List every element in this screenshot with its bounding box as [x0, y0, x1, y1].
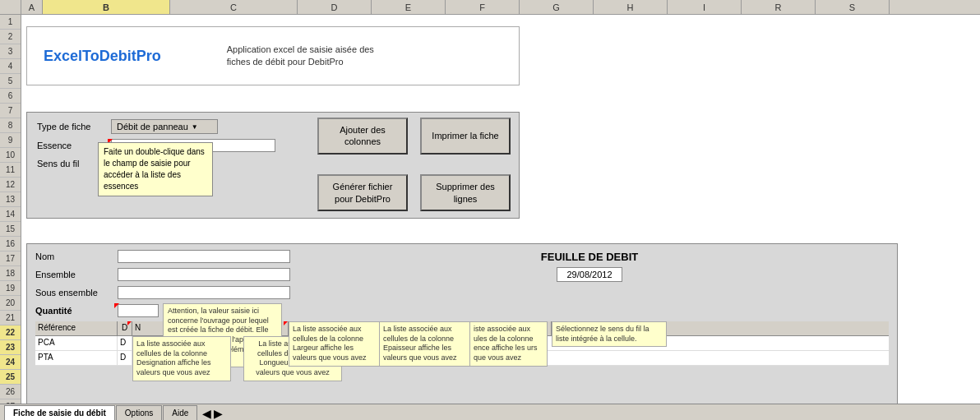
quantite-label: Quantité	[35, 306, 118, 316]
red-marker-col-d	[127, 321, 132, 325]
row-26: 26	[0, 385, 21, 399]
type-de-fiche-value: Débit de panneau	[117, 122, 188, 132]
delete-lines-button[interactable]: Supprimer des lignes	[420, 174, 511, 211]
col-s-header: Sélectionnez le sens du fil la liste int…	[552, 321, 889, 335]
tooltip-essence: Faite un double-clique dans le champ de …	[98, 142, 213, 196]
title-section: ExcelToDebitPro Application excel de sai…	[26, 26, 520, 85]
row-20: 20	[0, 296, 21, 311]
tab-aide[interactable]: Aide	[163, 405, 197, 420]
nom-row: Nom FEUILLE DE DEBIT	[35, 249, 889, 264]
col-d-header: D	[118, 321, 132, 335]
row-12: 12	[0, 178, 21, 192]
col-i-header: iste associée aux ules de la colonne enc…	[469, 321, 552, 335]
action-buttons-top: Ajouter des colonnes Imprimer la fiche	[317, 118, 511, 155]
ensemble-row: Ensemble 29/08/2012	[35, 267, 889, 282]
col-header-h: H	[594, 0, 668, 14]
cell-pta-d: D	[118, 351, 132, 365]
spreadsheet-container: A B C D E F G H I R S 1 2 3 4 5 6 7 8 9 …	[0, 0, 980, 420]
nom-label: Nom	[35, 252, 118, 261]
row-23: 23	[0, 340, 21, 355]
row-18: 18	[0, 266, 21, 281]
row-25: 25	[0, 370, 21, 385]
tooltip-col-h: La liste associée aux cellules de la col…	[379, 321, 474, 367]
tab-scroll-left-icon[interactable]: ◀	[202, 407, 211, 420]
dropdown-arrow-icon: ▼	[192, 123, 198, 131]
row-5: 5	[0, 74, 21, 89]
row-11: 11	[0, 163, 21, 178]
col-header-c: C	[170, 0, 298, 14]
row-24: 24	[0, 355, 21, 370]
col-g-header: La liste associée aux cellules de la col…	[289, 321, 379, 335]
col-header-b: B	[43, 0, 170, 14]
red-marker-col-l	[284, 321, 288, 325]
fiche-inner: Nom FEUILLE DE DEBIT Ensemble 29/08/2012	[27, 244, 897, 371]
row-22: 22	[0, 325, 21, 340]
row-4: 4	[0, 59, 21, 74]
date-display: 29/08/2012	[557, 267, 622, 282]
ensemble-label: Ensemble	[35, 270, 118, 279]
corner-cell	[0, 0, 21, 14]
controls-section: Type de fiche Débit de panneau ▼ Faite u…	[26, 112, 520, 219]
row-15: 15	[0, 222, 21, 237]
col-header-d: D	[298, 0, 372, 14]
sous-ensemble-row: Sous ensemble	[35, 285, 889, 300]
col-header-r: R	[742, 0, 816, 14]
fiche-title: FEUILLE DE DEBIT	[290, 251, 889, 263]
app-title: ExcelToDebitPro	[44, 48, 161, 65]
fiche-section: Nom FEUILLE DE DEBIT Ensemble 29/08/2012	[26, 243, 898, 408]
quantite-row: Quantité Attention, la valeur saisie ici…	[35, 303, 889, 318]
col-header-a: A	[21, 0, 43, 14]
row-7: 7	[0, 104, 21, 118]
red-marker-quantite	[114, 303, 119, 308]
action-buttons-bottom: Générer fichier pour DebitPro Supprimer …	[317, 174, 511, 211]
row-10: 10	[0, 148, 21, 163]
tooltip-col-g: La liste associée aux cellules de la col…	[289, 321, 383, 367]
row-6: 6	[0, 89, 21, 104]
tooltip-col-i: iste associée aux ules de la colonne enc…	[469, 321, 548, 367]
row-16: 16	[0, 237, 21, 252]
quantite-input[interactable]	[118, 304, 159, 317]
column-headers: A B C D E F G H I R S	[0, 0, 980, 15]
row-3: 3	[0, 44, 21, 59]
ensemble-input[interactable]	[118, 268, 290, 281]
col-header-g: G	[520, 0, 594, 14]
col-header-s: S	[816, 0, 890, 14]
type-de-fiche-label: Type de fiche	[37, 122, 111, 132]
app-description: Application excel de saisie aisée desfic…	[227, 44, 374, 69]
col-reference-header: Référence	[35, 321, 118, 335]
add-columns-button[interactable]: Ajouter des colonnes	[317, 118, 408, 155]
sous-ensemble-input[interactable]	[118, 286, 290, 299]
sous-ensemble-label: Sous ensemble	[35, 288, 118, 298]
tab-scroll-right-icon[interactable]: ▶	[214, 407, 223, 420]
row-numbers: 1 2 3 4 5 6 7 8 9 10 11 12 13 14 15 16 1…	[0, 15, 21, 420]
row-2: 2	[0, 30, 21, 44]
row-1: 1	[0, 15, 21, 30]
row-19: 19	[0, 281, 21, 296]
cell-pta-ref: PTA	[35, 351, 118, 365]
col-h-header: La liste associée aux cellules de la col…	[379, 321, 469, 335]
cell-pca-d: D	[118, 336, 132, 350]
generate-file-button[interactable]: Générer fichier pour DebitPro	[317, 174, 408, 211]
row-14: 14	[0, 207, 21, 222]
print-sheet-button[interactable]: Imprimer la fiche	[420, 118, 511, 155]
tooltip-col-n: La liste associée aux cellules de la col…	[132, 336, 231, 381]
tab-bar: Fiche de saisie du débit Options Aide ◀ …	[0, 404, 980, 420]
main-area: 1 2 3 4 5 6 7 8 9 10 11 12 13 14 15 16 1…	[0, 15, 980, 420]
col-header-e: E	[372, 0, 446, 14]
col-header-f: F	[446, 0, 520, 14]
row-13: 13	[0, 192, 21, 207]
tab-fiche-saisie[interactable]: Fiche de saisie du débit	[4, 405, 115, 420]
row-8: 8	[0, 118, 21, 133]
nom-input[interactable]	[118, 250, 290, 263]
cell-pca-ref: PCA	[35, 336, 118, 350]
tab-options[interactable]: Options	[116, 405, 162, 420]
grid-content: ExcelToDebitPro Application excel de sai…	[21, 15, 980, 420]
row-17: 17	[0, 252, 21, 266]
row-9: 9	[0, 133, 21, 148]
col-header-i: I	[668, 0, 742, 14]
type-de-fiche-dropdown[interactable]: Débit de panneau ▼	[111, 119, 218, 134]
row-21: 21	[0, 311, 21, 325]
tooltip-col-s: Sélectionnez le sens du fil la liste int…	[552, 321, 667, 347]
